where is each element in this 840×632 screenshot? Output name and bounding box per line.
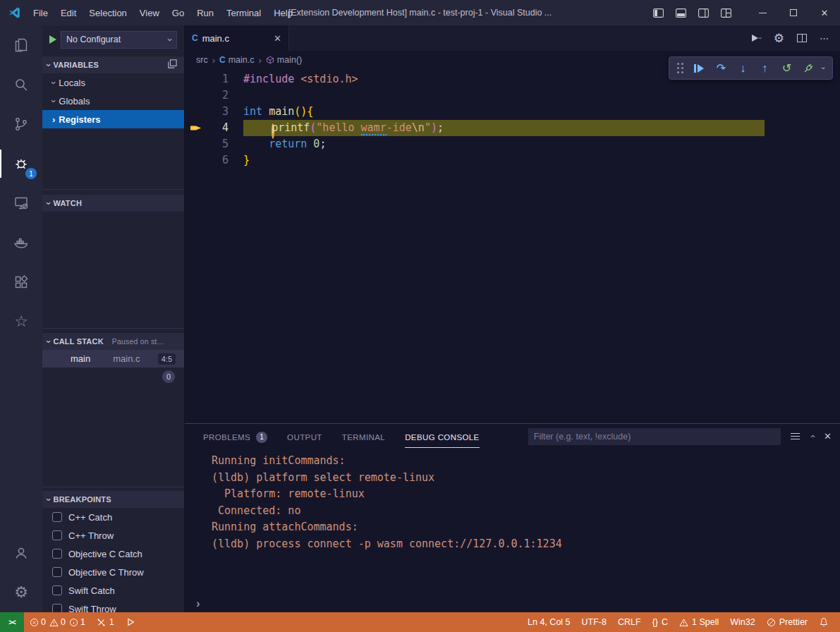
formatter-status[interactable]: Prettier xyxy=(761,612,813,632)
close-button[interactable]: ✕ xyxy=(809,0,840,25)
step-over-button[interactable]: ↷ xyxy=(713,60,729,77)
toggle-panel-icon[interactable] xyxy=(676,8,686,18)
breakpoint-row[interactable]: Objective C Throw xyxy=(42,563,184,581)
docker-icon[interactable] xyxy=(0,223,42,262)
remote-indicator[interactable]: >< xyxy=(0,612,24,632)
code-line-6[interactable]: 6} xyxy=(185,152,840,169)
code-line-2[interactable]: 2 xyxy=(185,87,840,104)
toggle-secondary-sidebar-icon[interactable] xyxy=(698,8,709,18)
breakpoint-checkbox[interactable] xyxy=(52,549,62,559)
code-line-4[interactable]: 4 printf("hello wamr-ide\n"); xyxy=(185,120,840,136)
settings-gear-icon[interactable]: ⚙ xyxy=(0,573,42,612)
run-or-debug-button[interactable]: › xyxy=(752,35,761,42)
gutter-glyph-margin[interactable] xyxy=(185,120,206,136)
start-debugging-icon[interactable] xyxy=(49,35,56,44)
close-panel-icon[interactable]: ✕ xyxy=(824,431,832,442)
variables-registers-row[interactable]: › Registers xyxy=(42,110,184,128)
filter-lines-icon[interactable] xyxy=(791,433,800,439)
cursor-position[interactable]: Ln 4, Col 5 xyxy=(522,612,576,632)
step-out-button[interactable]: ↑ xyxy=(757,60,772,77)
explorer-icon[interactable] xyxy=(0,25,42,65)
gutter-glyph-margin[interactable] xyxy=(185,104,206,120)
variables-header[interactable]: › VARIABLES xyxy=(42,56,184,73)
remote-explorer-icon[interactable] xyxy=(0,183,42,223)
chevron-down-icon[interactable]: › xyxy=(820,67,828,70)
restart-button[interactable]: ↺ xyxy=(779,60,794,77)
maximize-button[interactable] xyxy=(778,0,809,25)
tab-terminal[interactable]: TERMINAL xyxy=(342,425,385,448)
menu-file[interactable]: File xyxy=(27,4,54,22)
breakpoint-row[interactable]: Swift Throw xyxy=(42,600,184,612)
drag-handle-icon[interactable] xyxy=(676,62,683,75)
split-editor-icon[interactable] xyxy=(797,34,807,42)
close-tab-icon[interactable]: ✕ xyxy=(274,33,281,44)
debug-status[interactable] xyxy=(120,612,141,632)
breadcrumb-file[interactable]: C main.c xyxy=(219,55,255,65)
configure-gear-icon[interactable]: ⚙ xyxy=(774,31,784,46)
breakpoint-row[interactable]: C++ Catch xyxy=(42,508,184,526)
extensions-icon[interactable] xyxy=(0,262,42,302)
source-control-icon[interactable] xyxy=(0,104,42,144)
call-stack-header[interactable]: › CALL STACK Paused on st... xyxy=(42,333,184,350)
tab-debug-console[interactable]: DEBUG CONSOLE xyxy=(405,425,480,448)
spell-status[interactable]: 1 Spell xyxy=(674,612,724,632)
gutter-glyph-margin[interactable] xyxy=(185,136,206,152)
chevron-up-icon[interactable]: › xyxy=(807,435,816,437)
menu-view[interactable]: View xyxy=(133,4,166,22)
search-icon[interactable] xyxy=(0,65,42,104)
run-and-debug-icon[interactable]: 1 xyxy=(0,144,42,183)
debug-console-output[interactable]: Running initCommands:(lldb) platform sel… xyxy=(185,449,840,595)
tab-main-c[interactable]: C main.c ✕ xyxy=(185,25,289,51)
step-into-button[interactable]: ↓ xyxy=(735,60,750,77)
breakpoint-checkbox[interactable] xyxy=(52,567,62,577)
breakpoints-header[interactable]: › BREAKPOINTS xyxy=(42,491,184,508)
variables-locals-row[interactable]: › Locals xyxy=(42,73,184,92)
customize-layout-icon[interactable] xyxy=(721,8,731,18)
menu-edit[interactable]: Edit xyxy=(54,4,83,22)
variables-globals-row[interactable]: › Globals xyxy=(42,92,184,110)
language-mode[interactable]: {} C xyxy=(647,612,674,632)
platform-status[interactable]: Win32 xyxy=(724,612,760,632)
filter-input[interactable] xyxy=(528,432,781,442)
gutter-glyph-margin[interactable] xyxy=(185,87,206,104)
toggle-sidebar-icon[interactable] xyxy=(653,8,664,18)
more-actions-icon[interactable]: ⋯ xyxy=(820,33,829,44)
code-editor[interactable]: 1#include <stdio.h>23int main(){4 printf… xyxy=(185,69,840,423)
menu-run[interactable]: Run xyxy=(190,4,220,22)
breakpoint-checkbox[interactable] xyxy=(52,604,62,612)
gutter-glyph-margin[interactable] xyxy=(185,71,206,87)
favorites-star-icon[interactable]: ☆ xyxy=(0,302,42,341)
notifications-bell[interactable] xyxy=(813,612,834,632)
tab-output[interactable]: OUTPUT xyxy=(287,425,322,448)
launch-config-dropdown[interactable]: No Configurat › xyxy=(61,31,177,49)
stack-frame-row[interactable]: main main.c 4:5 xyxy=(42,350,184,367)
disconnect-button[interactable] xyxy=(801,60,816,77)
menu-selection[interactable]: Selection xyxy=(83,4,133,22)
encoding-status[interactable]: UTF-8 xyxy=(576,612,612,632)
continue-button[interactable] xyxy=(691,60,707,77)
breadcrumb-src[interactable]: src xyxy=(196,55,208,65)
problems-status[interactable]: 0 0 1 xyxy=(24,612,91,632)
tab-problems[interactable]: PROBLEMS 1 xyxy=(203,425,267,448)
breakpoint-checkbox[interactable] xyxy=(52,530,62,540)
breakpoint-checkbox[interactable] xyxy=(52,512,62,522)
code-line-5[interactable]: 5 return 0; xyxy=(185,136,840,152)
watch-header[interactable]: › WATCH xyxy=(42,195,184,212)
gutter-glyph-margin[interactable] xyxy=(185,152,206,169)
breakpoint-label: C++ Throw xyxy=(68,530,114,541)
breakpoint-row[interactable]: C++ Throw xyxy=(42,526,184,545)
debug-console-input[interactable]: › xyxy=(185,595,840,612)
breadcrumb-symbol[interactable]: main() xyxy=(266,55,302,65)
eol-status[interactable]: CRLF xyxy=(612,612,647,632)
accounts-icon[interactable] xyxy=(0,533,42,573)
minimize-button[interactable] xyxy=(747,0,778,25)
menu-terminal[interactable]: Terminal xyxy=(220,4,267,22)
breakpoint-checkbox[interactable] xyxy=(52,585,62,595)
tools-status[interactable]: 1 xyxy=(91,612,120,632)
breakpoint-row[interactable]: Swift Catch xyxy=(42,581,184,600)
breakpoint-row[interactable]: Objective C Catch xyxy=(42,545,184,563)
code-line-3[interactable]: 3int main(){ xyxy=(185,104,840,120)
open-panel-icon[interactable] xyxy=(168,59,177,68)
remote-icon: >< xyxy=(8,619,16,626)
menu-go[interactable]: Go xyxy=(166,4,190,22)
